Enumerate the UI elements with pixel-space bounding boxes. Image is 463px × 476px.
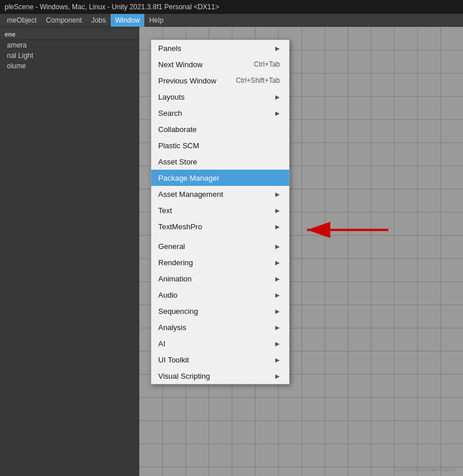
hierarchy-item-volume[interactable]: olume — [0, 61, 138, 71]
menu-asset-store-label: Asset Store — [158, 158, 197, 166]
menu-audio[interactable]: Audio ▶ — [151, 287, 289, 303]
menu-general[interactable]: General ▶ — [151, 238, 289, 254]
search-arrow-icon: ▶ — [275, 110, 280, 116]
textmeshpro-arrow-icon: ▶ — [275, 224, 280, 230]
menu-ui-toolkit-label: UI Toolkit — [158, 356, 189, 364]
menu-collaborate-label: Collaborate — [158, 125, 197, 134]
menu-text-label: Text — [158, 206, 172, 215]
menu-analysis[interactable]: Analysis ▶ — [151, 319, 289, 335]
menu-audio-label: Audio — [158, 291, 177, 299]
menu-animation[interactable]: Animation ▶ — [151, 270, 289, 287]
menu-item-window[interactable]: Window — [111, 14, 145, 27]
menu-search[interactable]: Search ▶ — [151, 105, 289, 121]
menu-plastic-scm-label: Plastic SCM — [158, 141, 199, 150]
watermark: CSDN @SlowFeather — [395, 466, 457, 473]
menu-general-label: General — [158, 242, 185, 251]
menu-visual-scripting-label: Visual Scripting — [158, 372, 210, 380]
hierarchy-item-light[interactable]: nal Light — [0, 50, 138, 61]
audio-arrow-icon: ▶ — [275, 292, 280, 298]
menu-item-help[interactable]: Help — [144, 14, 168, 27]
animation-arrow-icon: ▶ — [275, 276, 280, 282]
menu-ui-toolkit[interactable]: UI Toolkit ▶ — [151, 351, 289, 368]
menu-package-manager-label: Package Manager — [158, 174, 220, 182]
menu-asset-store[interactable]: Asset Store — [151, 153, 289, 170]
menu-next-window[interactable]: Next Window Ctrl+Tab — [151, 56, 289, 72]
menu-collaborate[interactable]: Collaborate — [151, 121, 289, 137]
prev-window-shortcut: Ctrl+Shift+Tab — [236, 76, 280, 85]
title-text: pleScene - Windows, Mac, Linux - Unity 2… — [5, 3, 219, 11]
menu-animation-label: Animation — [158, 274, 192, 283]
menu-sequencing[interactable]: Sequencing ▶ — [151, 303, 289, 319]
menu-item-component[interactable]: Component — [41, 14, 86, 27]
text-arrow-icon: ▶ — [275, 207, 280, 214]
menu-panels[interactable]: Panels ▶ — [151, 40, 289, 56]
menu-asset-management[interactable]: Asset Management ▶ — [151, 186, 289, 202]
next-window-shortcut: Ctrl+Tab — [254, 60, 280, 68]
main-area: ene amera nal Light olume Panels ▶ Next … — [0, 27, 463, 476]
menu-next-window-label: Next Window — [158, 60, 203, 69]
menu-rendering-label: Rendering — [158, 258, 193, 267]
menu-panels-label: Panels — [158, 44, 181, 53]
window-dropdown-menu: Panels ▶ Next Window Ctrl+Tab Previous W… — [151, 39, 290, 385]
menu-prev-window-label: Previous Window — [158, 76, 216, 85]
menu-item-gameobject[interactable]: meObject — [2, 14, 41, 27]
hierarchy-item-camera[interactable]: amera — [0, 40, 138, 50]
sequencing-arrow-icon: ▶ — [275, 308, 280, 314]
menu-visual-scripting[interactable]: Visual Scripting ▶ — [151, 368, 289, 384]
menu-sequencing-label: Sequencing — [158, 307, 198, 316]
ai-arrow-icon: ▶ — [275, 340, 280, 347]
rendering-arrow-icon: ▶ — [275, 259, 280, 266]
menu-textmeshpro[interactable]: TextMeshPro ▶ — [151, 218, 289, 235]
menu-search-label: Search — [158, 109, 182, 118]
menu-layouts[interactable]: Layouts ▶ — [151, 89, 289, 105]
panels-arrow-icon: ▶ — [275, 45, 280, 52]
asset-management-arrow-icon: ▶ — [275, 191, 280, 197]
menu-analysis-label: Analysis — [158, 323, 186, 332]
menu-package-manager[interactable]: Package Manager — [151, 170, 289, 186]
menu-ai[interactable]: AI ▶ — [151, 335, 289, 351]
menu-ai-label: AI — [158, 339, 165, 348]
ui-toolkit-arrow-icon: ▶ — [275, 357, 280, 363]
menu-asset-management-label: Asset Management — [158, 190, 223, 199]
hierarchy-header: ene — [0, 29, 138, 40]
menu-item-jobs[interactable]: Jobs — [86, 14, 110, 27]
menu-layouts-label: Layouts — [158, 93, 185, 101]
layouts-arrow-icon: ▶ — [275, 94, 280, 100]
menu-plastic-scm[interactable]: Plastic SCM — [151, 137, 289, 153]
menu-rendering[interactable]: Rendering ▶ — [151, 254, 289, 270]
title-bar: pleScene - Windows, Mac, Linux - Unity 2… — [0, 0, 463, 14]
menu-bar: meObject Component Jobs Window Help — [0, 14, 463, 27]
visual-scripting-arrow-icon: ▶ — [275, 373, 280, 379]
left-panel: ene amera nal Light olume — [0, 27, 139, 476]
menu-text[interactable]: Text ▶ — [151, 202, 289, 218]
menu-prev-window[interactable]: Previous Window Ctrl+Shift+Tab — [151, 72, 289, 89]
general-arrow-icon: ▶ — [275, 243, 280, 250]
menu-textmeshpro-label: TextMeshPro — [158, 222, 202, 231]
analysis-arrow-icon: ▶ — [275, 324, 280, 331]
